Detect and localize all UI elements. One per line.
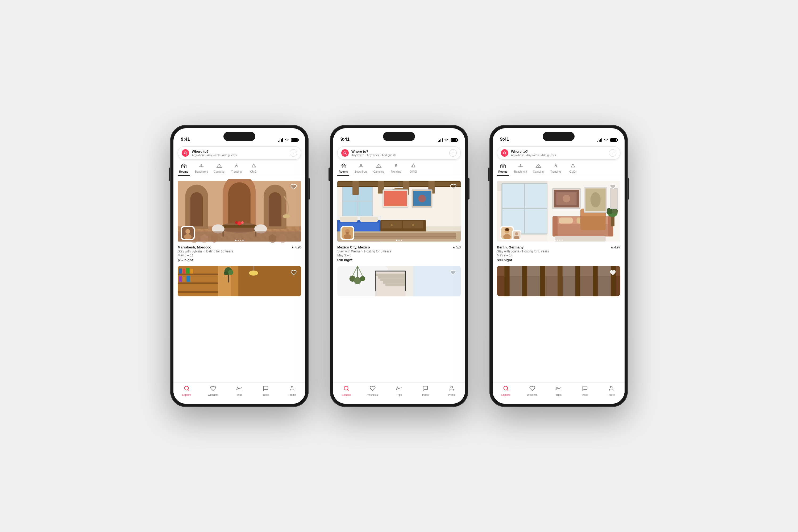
wishlist-btn-1[interactable] <box>289 183 298 191</box>
dot-indicators-1 <box>235 240 244 241</box>
profile-label-1: Profile <box>288 394 296 396</box>
wishlist-btn-preview-1[interactable] <box>289 268 298 277</box>
search-icon-3 <box>501 149 508 157</box>
svg-point-189 <box>612 209 618 214</box>
nav-explore-2[interactable]: Explore <box>333 385 359 396</box>
explore-icon-2 <box>343 385 349 393</box>
tab-rooms-2[interactable]: Rooms <box>337 163 349 176</box>
nav-explore-3[interactable]: Explore <box>493 385 519 396</box>
nav-profile-1[interactable]: Profile <box>279 385 305 396</box>
listing-card-2-preview-3[interactable] <box>497 265 620 297</box>
nav-wishlists-3[interactable]: Wishlists <box>519 385 545 396</box>
camping-label-2: Camping <box>374 170 384 173</box>
nav-profile-3[interactable]: Profile <box>598 385 625 396</box>
status-time-3: 9:41 <box>500 137 509 142</box>
listing-image-preview-2 <box>337 265 461 297</box>
svg-point-27 <box>269 192 281 205</box>
trending-label-3: Trending <box>550 170 561 173</box>
wishlist-btn-preview-2[interactable] <box>449 268 457 277</box>
tab-beachfront-1[interactable]: Beachfront <box>195 163 208 176</box>
tab-trending-1[interactable]: Trending <box>230 163 242 176</box>
category-tabs-2: Rooms Beachfront Camping <box>333 162 465 176</box>
listing-image-preview-1 <box>178 265 301 297</box>
svg-rect-62 <box>186 268 189 274</box>
svg-rect-210 <box>540 266 545 296</box>
host-photo-2 <box>342 227 353 239</box>
inbox-label-2: Inbox <box>422 394 429 396</box>
tab-trending-3[interactable]: Trending <box>550 163 562 176</box>
search-subtitle-1: Anywhere · Any week · Add guests <box>192 153 287 157</box>
tab-trending-2[interactable]: Trending <box>390 163 402 176</box>
dynamic-island-1 <box>224 132 255 141</box>
search-icon-1 <box>182 149 189 157</box>
tab-rooms-3[interactable]: Rooms <box>497 163 509 176</box>
listing-card-3[interactable]: Berlin, Germany ★ 4.97 Stay with Joana ·… <box>497 179 620 263</box>
search-bar-3[interactable]: Where to? Anywhere · Any week · Add gues… <box>497 146 620 159</box>
wishlist-btn-2[interactable] <box>449 183 457 191</box>
trips-label-1: Trips <box>236 394 242 396</box>
nav-trips-2[interactable]: Trips <box>386 385 412 396</box>
tab-camping-3[interactable]: Camping <box>532 163 544 176</box>
battery-icon-3 <box>610 138 617 142</box>
nav-inbox-1[interactable]: Inbox <box>253 385 279 396</box>
omg-label-3: OMG! <box>570 170 577 173</box>
beachfront-icon-3 <box>518 163 524 169</box>
nav-inbox-3[interactable]: Inbox <box>572 385 598 396</box>
tab-camping-2[interactable]: Camping <box>373 163 385 176</box>
trending-icon-3 <box>553 163 558 169</box>
nav-trips-1[interactable]: Trips <box>226 385 252 396</box>
nav-wishlists-1[interactable]: Wishlists <box>200 385 226 396</box>
wifi-icon-2 <box>444 138 449 142</box>
nav-wishlists-2[interactable]: Wishlists <box>359 385 386 396</box>
listing-photo-preview-1 <box>178 265 301 297</box>
wishlist-btn-3[interactable] <box>609 183 617 191</box>
filter-button-2[interactable] <box>449 149 457 157</box>
wishlist-btn-preview-3[interactable] <box>609 268 617 277</box>
svg-point-142 <box>354 277 361 284</box>
listing-card-1[interactable]: Marrakesh, Morocco ★ 4.90 Stay with Sylv… <box>178 179 301 263</box>
tab-camping-1[interactable]: Camping <box>213 163 225 176</box>
svg-rect-180 <box>559 217 573 224</box>
rooms-icon-2 <box>341 163 346 169</box>
dot-indicators-3 <box>554 240 563 241</box>
dot-3-3 <box>559 240 560 241</box>
search-bar-1[interactable]: Where to? Anywhere · Any week · Add gues… <box>178 146 301 159</box>
phone-3: 9:41 Where to? <box>490 125 628 407</box>
host-avatar-extra-3 <box>512 230 521 240</box>
listing-photo-preview-3 <box>497 265 620 297</box>
tab-omg-3[interactable]: OMG! <box>567 163 579 176</box>
nav-trips-3[interactable]: Trips <box>545 385 572 396</box>
listing-location-row-3: Berlin, Germany ★ 4.97 <box>497 245 620 249</box>
filter-button-3[interactable] <box>609 149 616 157</box>
listing-photo-preview-2 <box>337 265 461 297</box>
tab-rooms-1[interactable]: Rooms <box>178 163 190 176</box>
svg-rect-58 <box>178 283 218 284</box>
omg-label-1: OMG! <box>250 170 258 173</box>
tab-beachfront-2[interactable]: Beachfront <box>355 163 367 176</box>
tab-beachfront-3[interactable]: Beachfront <box>514 163 527 176</box>
nav-explore-1[interactable]: Explore <box>173 385 200 396</box>
svg-rect-137 <box>385 284 406 286</box>
trips-icon-1 <box>236 385 243 393</box>
search-bar-text-3: Where to? Anywhere · Any week · Add gues… <box>511 150 606 157</box>
filter-button-1[interactable] <box>290 149 297 157</box>
svg-point-203 <box>515 232 518 235</box>
listing-card-2-preview-1[interactable] <box>178 265 301 297</box>
tab-omg-2[interactable]: OMG! <box>407 163 419 176</box>
omg-icon-1 <box>251 163 257 169</box>
status-icons-3 <box>597 138 617 142</box>
tab-omg-1[interactable]: OMG! <box>248 163 260 176</box>
listing-card-2-preview-2[interactable] <box>337 265 461 297</box>
listing-card-2[interactable]: Mexico City, Mexico ★ 5.0 Stay with Wern… <box>337 179 461 263</box>
beachfront-icon-2 <box>358 163 364 169</box>
wifi-icon-3 <box>604 138 608 142</box>
listing-location-2: Mexico City, Mexico <box>337 245 370 249</box>
svg-rect-119 <box>340 217 358 222</box>
nav-inbox-2[interactable]: Inbox <box>412 385 439 396</box>
svg-point-77 <box>344 152 346 154</box>
nav-profile-2[interactable]: Profile <box>439 385 465 396</box>
rating-value-2: 5.0 <box>456 246 461 249</box>
listing-location-row-2: Mexico City, Mexico ★ 5.0 <box>337 245 461 249</box>
profile-label-2: Profile <box>448 394 455 396</box>
search-bar-2[interactable]: Where to? Anywhere · Any week · Add gues… <box>337 146 461 159</box>
